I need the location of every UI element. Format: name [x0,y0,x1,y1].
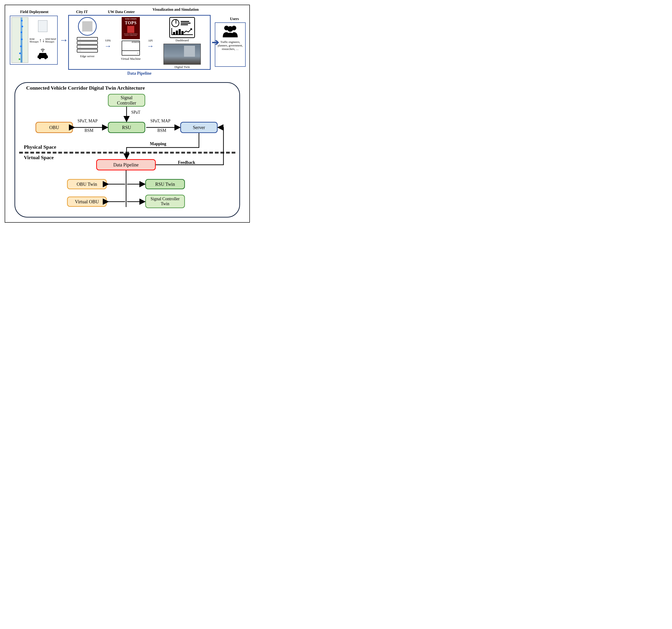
arrow-field-to-pipeline: → [59,35,68,44]
node-server: Server [180,122,218,133]
title-field: Field Deployment [13,10,55,14]
node-virtual-obu: Virtual OBU [67,197,107,207]
dashboard-label: Dashboard [175,39,189,42]
edge-bsm2-label: BSM [158,128,166,133]
vm-label: Virtual Machine [121,57,141,61]
down-arrow-icon: ↓ [42,38,45,43]
tops-logo: WISCONSIN TOPS TRAFFIC OPERATIONS & SAFE… [122,17,140,39]
svg-point-0 [42,51,43,52]
title-users: Users [230,17,239,21]
data-pipeline-title: Data Pipeline [68,71,211,76]
tops-sub: TRAFFIC OPERATIONS & SAFETY LABORATORY [122,33,139,36]
rsu-antenna-icon [38,20,47,32]
edge-feedback-label: Feedback [178,160,195,165]
users-icon [221,24,240,40]
virtual-machine-icon [122,41,140,55]
svg-point-2 [44,57,47,59]
node-signal-controller: Signal Controller [108,94,145,107]
edge-server-icon [77,37,98,53]
node-signal-controller-twin: Signal Controller Twin [145,195,185,208]
title-city: City IT [76,10,88,14]
bottom-diagram: Connected Vehicle Corridor Digital Twin … [7,80,247,220]
digital-twin-thumbnail [164,44,201,65]
users-box: Traffic engineers, planners, government,… [215,22,246,67]
barchart-icon [171,28,193,35]
connected-car-icon [36,49,50,60]
up-arrow-icon: ↑ [39,38,42,43]
uw-data-center-column: WISCONSIN TOPS TRAFFIC OPERATIONS & SAFE… [116,17,146,61]
diagram-canvas: Field Deployment City IT UW Data Center … [5,5,250,223]
city-seal-icon [78,17,97,36]
architecture-title: Connected Vehicle Corridor Digital Twin … [26,85,145,91]
api-arrow: API → [147,39,154,49]
arrow-icon: → [104,43,111,49]
list-icon [181,20,193,26]
physical-space-label: Physical Space [24,144,56,150]
node-rsu: RSU [108,122,145,133]
space-divider [19,152,235,154]
users-text: Traffic engineers, planners, government,… [217,41,244,51]
edge-bsm1-label: BSM [85,128,93,133]
node-rsu-twin: RSU Twin [145,179,185,189]
data-pipeline-box: Edge server VPN → WISCONSIN TOPS TRAFFIC… [68,15,211,70]
top-diagram: Field Deployment City IT UW Data Center … [7,7,247,77]
title-viz: Visualization and Simulation [151,7,200,12]
edge-sm1-label: SPaT, MAP [77,119,98,123]
virtual-space-label: Virtual Space [24,154,54,160]
message-arrows: BSM Messages ↑ ↓ SPAT/MAP Messages [30,38,56,43]
city-it-column: Edge server [72,17,102,58]
edge-spat-label: SPaT [131,110,140,115]
svg-point-1 [39,57,41,59]
spat-label: SPAT/MAP Messages [45,38,56,43]
bsm-label: BSM Messages [30,38,39,43]
title-uw: UW Data Center [108,10,135,14]
visualization-column: Dashboard Digital Twin [158,17,207,69]
svg-point-5 [227,26,233,32]
corridor-map-thumbnail [11,17,28,63]
node-data-pipeline: Data Pipeline [96,159,156,170]
dashboard-icon [169,17,195,38]
node-obu-twin: OBU Twin [67,179,107,189]
edge-server-label: Edge server [80,54,95,58]
field-deployment-box: BSM Messages ↑ ↓ SPAT/MAP Messages [10,16,58,65]
edge-mapping-label: Mapping [150,142,166,146]
digital-twin-label: Digital Twin [174,65,190,69]
vpn-arrow: VPN → [104,39,111,49]
edge-sm2-label: SPaT, MAP [150,119,170,123]
field-right-col: BSM Messages ↑ ↓ SPAT/MAP Messages [30,17,56,63]
tops-acronym: TOPS [125,21,137,25]
tops-state: WISCONSIN [125,18,137,20]
gauge-icon [171,19,179,27]
node-obu: OBU [35,122,73,133]
arrow-icon: → [147,43,154,49]
